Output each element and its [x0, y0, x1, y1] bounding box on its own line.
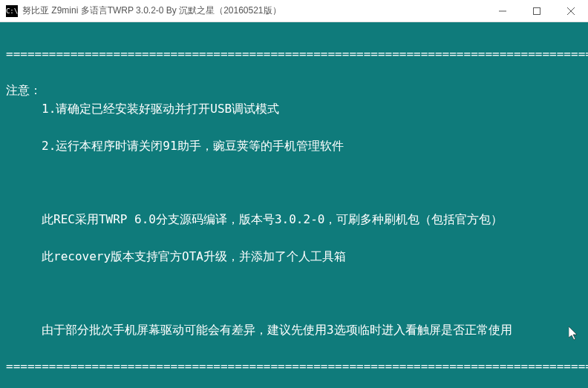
blank-line [6, 284, 582, 303]
notice-line-4: 此recovery版本支持官方OTA升级，并添加了个人工具箱 [6, 248, 582, 266]
notice-line-5: 由于部分批次手机屏幕驱动可能会有差异，建议先使用3选项临时进入看触屏是否正常使用 [6, 321, 582, 340]
divider-line: ========================================… [6, 358, 582, 376]
window-titlebar: C:\ 努比亚 Z9mini 多语言TWRP 3.0.2-0 By 沉默之星（2… [0, 0, 588, 22]
console-body: ========================================… [0, 22, 588, 388]
notice-line-2: 2.运行本程序时请关闭91助手，豌豆荚等的手机管理软件 [6, 137, 582, 156]
cmd-icon: C:\ [6, 5, 18, 17]
window-title: 努比亚 Z9mini 多语言TWRP 3.0.2-0 By 沉默之星（20160… [22, 4, 486, 17]
maximize-button[interactable] [520, 0, 554, 22]
close-button[interactable] [554, 0, 588, 22]
notice-label: 注意： [6, 83, 42, 97]
blank-line [6, 174, 582, 192]
window-controls [486, 0, 588, 22]
minimize-button[interactable] [486, 0, 520, 22]
notice-block: 注意： 1.请确定已经安装好驱动并打开USB调试模式 2.运行本程序时请关闭91… [6, 82, 582, 339]
notice-line-3: 此REC采用TWRP 6.0分支源码编译，版本号3.0.2-0，可刷多种刷机包（… [6, 211, 582, 229]
divider-line: ========================================… [6, 45, 582, 64]
svg-rect-1 [534, 7, 540, 14]
notice-line-1: 1.请确定已经安装好驱动并打开USB调试模式 [6, 100, 582, 119]
